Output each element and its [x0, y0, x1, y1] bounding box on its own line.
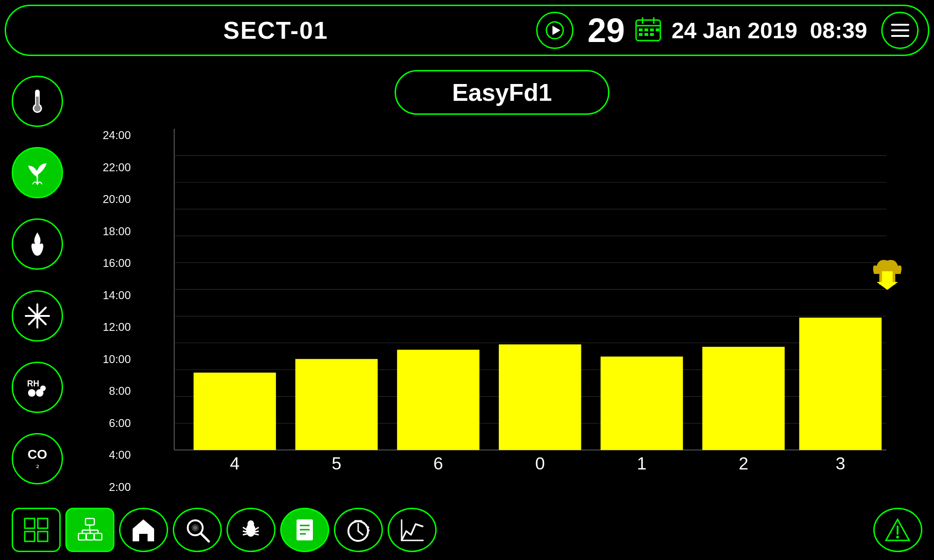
svg-rect-61: [38, 532, 48, 541]
bottom-bar: [5, 504, 929, 555]
svg-text:RH: RH: [27, 379, 39, 388]
bottom-btn-timer[interactable]: [334, 508, 383, 552]
chart-container: 24:00 22:00 20:00 18:00 16:00 14:00 12:0…: [75, 119, 929, 522]
device-label: EasyFd1: [395, 70, 609, 115]
svg-rect-47: [702, 347, 785, 450]
svg-point-75: [193, 526, 197, 530]
sidebar-item-humidity[interactable]: RH: [12, 362, 63, 413]
svg-rect-44: [397, 350, 479, 450]
header-title: SECT-01: [15, 16, 536, 44]
sidebar-item-co2[interactable]: CO ₂: [12, 433, 63, 484]
svg-point-96: [896, 536, 899, 539]
svg-rect-60: [25, 532, 35, 541]
svg-rect-10: [644, 33, 648, 36]
svg-line-83: [255, 534, 259, 535]
svg-rect-48: [799, 318, 881, 450]
svg-text:1: 1: [637, 454, 647, 473]
svg-point-19: [34, 105, 41, 112]
svg-rect-8: [650, 28, 654, 31]
svg-rect-11: [650, 33, 654, 36]
svg-line-73: [201, 533, 209, 541]
svg-point-28: [40, 385, 46, 391]
bottom-btn-report[interactable]: [280, 508, 329, 552]
y-axis: 24:00 22:00 20:00 18:00 16:00 14:00 12:0…: [79, 129, 131, 494]
svg-marker-1: [552, 26, 560, 35]
svg-marker-57: [877, 282, 898, 290]
header-datetime: 24 Jan 2019 08:39: [672, 18, 867, 43]
sidebar: RH CO ₂: [5, 61, 70, 499]
sidebar-item-plant[interactable]: [12, 147, 63, 198]
svg-point-24: [35, 314, 40, 318]
svg-text:5: 5: [332, 454, 341, 473]
svg-point-77: [248, 520, 254, 528]
svg-rect-56: [882, 271, 893, 282]
svg-rect-45: [499, 344, 581, 450]
svg-rect-7: [644, 28, 648, 31]
svg-line-79: [243, 531, 247, 532]
svg-text:3: 3: [835, 454, 845, 473]
svg-text:0: 0: [535, 454, 545, 473]
svg-point-26: [28, 389, 35, 397]
svg-line-80: [243, 534, 247, 535]
svg-rect-6: [639, 28, 643, 31]
svg-rect-63: [78, 533, 86, 540]
bottom-btn-grid-network[interactable]: [65, 508, 114, 552]
svg-rect-43: [295, 359, 377, 450]
svg-text:6: 6: [433, 454, 443, 473]
menu-button[interactable]: [881, 12, 919, 49]
bar-chart: 4 5 6 0 1 2 3: [135, 129, 911, 494]
svg-rect-12: [656, 28, 659, 31]
bottom-btn-search[interactable]: [173, 508, 222, 552]
header-number: 29: [587, 11, 625, 49]
svg-rect-58: [25, 518, 35, 528]
sidebar-item-temperature[interactable]: [12, 76, 63, 127]
chart-download-icon[interactable]: [869, 255, 906, 294]
sidebar-item-snowflake[interactable]: [12, 290, 63, 342]
svg-rect-62: [85, 518, 94, 525]
svg-rect-9: [639, 33, 643, 36]
bottom-btn-graph[interactable]: [388, 508, 437, 552]
bottom-right: [873, 508, 922, 552]
svg-rect-42: [194, 372, 276, 450]
header: SECT-01 29 24 Jan 2019 08:39: [5, 5, 929, 56]
svg-marker-71: [133, 519, 154, 541]
svg-rect-64: [86, 533, 94, 540]
svg-rect-46: [601, 357, 683, 450]
co2-label: CO: [28, 448, 47, 461]
co2-subscript: ₂: [36, 461, 39, 469]
svg-rect-59: [38, 518, 48, 528]
main-content: EasyFd1 24:00 22:00 20:00 18:00 16:00 14…: [75, 61, 929, 499]
play-button[interactable]: [536, 12, 573, 49]
bottom-btn-pest[interactable]: [226, 508, 276, 552]
bottom-btn-home[interactable]: [119, 508, 168, 552]
sidebar-item-flame[interactable]: [12, 218, 63, 270]
svg-rect-65: [94, 533, 102, 540]
svg-text:4: 4: [230, 454, 240, 473]
alert-button[interactable]: [873, 508, 922, 552]
svg-text:2: 2: [739, 454, 749, 473]
calendar-icon: [634, 15, 662, 45]
bottom-btn-grid-all[interactable]: [12, 508, 61, 552]
svg-line-82: [255, 531, 259, 532]
svg-line-90: [358, 531, 363, 535]
device-label-container: EasyFd1: [75, 70, 929, 115]
